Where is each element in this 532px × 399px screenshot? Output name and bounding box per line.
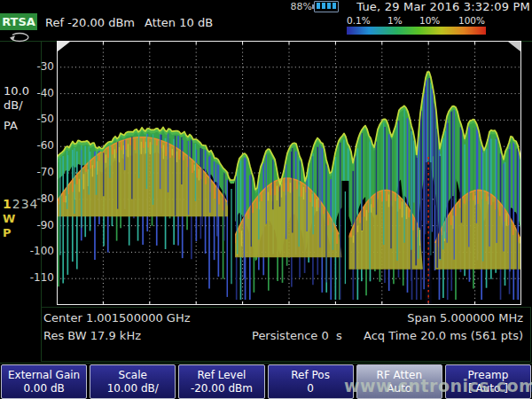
y-axis-tick-label: -70 <box>24 166 54 178</box>
y-axis-tick-label: -90 <box>24 219 54 231</box>
battery-icon <box>314 1 339 12</box>
spectrum-graticule[interactable] <box>57 41 521 305</box>
analyzer-screen: 88% Tue, 29 Mar 2016 3:32:09 PM RTSA Ref… <box>0 0 532 399</box>
softkey-value: 10.00 dB/ <box>90 382 175 395</box>
active-trace-number: 1 <box>3 197 12 211</box>
y-axis-tick-label: -40 <box>24 87 54 99</box>
trace-state-indicator: W <box>3 212 15 225</box>
softkey-label: Scale <box>90 369 175 382</box>
mode-badge: RTSA <box>0 13 37 30</box>
y-axis-tick-label: -100 <box>24 245 54 257</box>
softkey-value: -20.00 dBm <box>179 382 263 395</box>
bottom-annotation: Center 1.001500000 GHz Span 5.000000 MHz… <box>41 307 531 362</box>
y-axis-tick-label: -110 <box>24 271 54 284</box>
atten-readout: Atten 10 dB <box>145 16 213 29</box>
density-scale-label: 1% <box>387 15 403 26</box>
softkey-label: External Gain <box>2 369 86 382</box>
measurement-header: RTSA Ref -20.00 dBm Atten 10 dB 0.1% 1% … <box>0 12 532 42</box>
preamp-indicator: PA <box>4 119 18 132</box>
softkey-ref-pos[interactable]: Ref Pos0 <box>268 364 354 399</box>
density-scale-label: 10% <box>419 15 440 26</box>
span-readout: Span 5.000000 MHz <box>407 311 523 325</box>
center-freq-readout: Center 1.001500000 GHz <box>43 311 191 325</box>
y-axis-tick-label: -80 <box>24 192 54 205</box>
softkey-scale[interactable]: Scale10.00 dB/ <box>90 364 176 399</box>
y-axis-tick-label: -50 <box>24 113 54 125</box>
continuous-sweep-icon <box>6 29 33 45</box>
battery-percent: 88% <box>291 1 312 12</box>
softkey-external-gain[interactable]: External Gain0.00 dB <box>1 364 87 399</box>
acq-time-readout: Acq Time 20.0 ms (561 pts) <box>364 329 523 342</box>
y-axis-tick-label: -30 <box>24 60 54 73</box>
softkey-label: Preamp <box>446 369 530 382</box>
softkey-value: 0 <box>269 382 353 395</box>
softkey-label: Ref Level <box>179 369 263 382</box>
detector-indicator: P <box>3 226 12 239</box>
softkey-value: Auto <box>357 382 442 395</box>
datetime-label: Tue, 29 Mar 2016 3:32:09 PM <box>356 0 530 13</box>
softkey-label: Ref Pos <box>269 369 353 382</box>
density-scale-label: 0.1% <box>347 15 371 26</box>
scale-unit-readout: dB/ <box>4 98 23 112</box>
softkey-label: RF Atten <box>357 369 442 382</box>
y-axis-tick-label: -60 <box>24 139 54 152</box>
persistence-readout: Persistence 0 s <box>252 329 342 342</box>
softkey-value: 0.00 dB <box>2 382 86 395</box>
density-scale-label: 100% <box>458 15 485 26</box>
softkey-rf-atten[interactable]: RF AttenAuto <box>356 364 442 399</box>
softkey-value: [ Auto ] <box>446 382 530 395</box>
ref-level-readout: Ref -20.00 dBm <box>45 16 135 29</box>
density-colorbar <box>347 27 486 35</box>
softkey-ref-level[interactable]: Ref Level-20.00 dBm <box>178 364 264 399</box>
status-bar: 88% Tue, 29 Mar 2016 3:32:09 PM <box>0 0 532 12</box>
softkey-preamp[interactable]: Preamp[ Auto ] <box>445 364 531 399</box>
res-bw-readout: Res BW 17.9 kHz <box>43 329 141 342</box>
softkey-row: External Gain0.00 dBScale10.00 dB/Ref Le… <box>0 363 532 399</box>
